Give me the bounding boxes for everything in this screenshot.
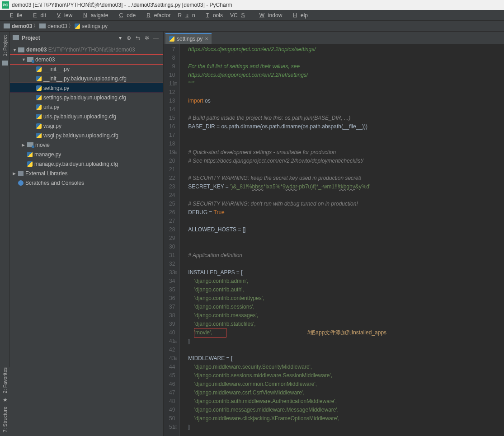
python-file-icon bbox=[27, 161, 33, 167]
menu-help[interactable]: Help bbox=[286, 11, 311, 19]
source[interactable]: https://docs.djangoproject.com/en/2.2/to… bbox=[180, 44, 504, 436]
python-file-icon bbox=[36, 66, 42, 72]
tree-scratches[interactable]: Scratches and Consoles bbox=[10, 178, 163, 188]
python-file-icon bbox=[36, 114, 42, 119]
python-file-icon bbox=[36, 133, 42, 138]
project-panel-title: Project bbox=[22, 35, 119, 41]
editor-tabs: settings.py × bbox=[164, 32, 504, 44]
star-icon: ★ bbox=[3, 397, 8, 403]
tab-label: settings.py bbox=[177, 36, 203, 42]
menu-code[interactable]: Code bbox=[112, 11, 139, 19]
menu-file[interactable]: File bbox=[3, 11, 26, 19]
tree-ext-lib[interactable]: ▶External Libraries bbox=[10, 169, 163, 178]
tree-manage-cfg[interactable]: manage.py.baiduyun.uploading.cfg bbox=[10, 159, 163, 169]
python-file-icon bbox=[36, 104, 42, 110]
python-file-icon bbox=[27, 152, 33, 157]
close-icon[interactable]: × bbox=[205, 36, 208, 42]
tree-root[interactable]: ▼demo03 E:\IT\PYthon\PYTHON试验\demo03 bbox=[10, 45, 163, 55]
menubar: File Edit View Navigate Code Refactor Ru… bbox=[0, 10, 504, 21]
folder-icon bbox=[4, 23, 10, 28]
tool-favorites-button[interactable]: 2: Favorites bbox=[2, 367, 8, 393]
tool-structure-button[interactable]: 7: Structure bbox=[2, 407, 8, 432]
hide-icon[interactable]: — bbox=[151, 35, 160, 41]
menu-window[interactable]: Window bbox=[252, 11, 286, 19]
menu-tools[interactable]: Tools bbox=[199, 11, 226, 19]
python-file-icon bbox=[169, 36, 174, 42]
scratch-icon bbox=[18, 180, 24, 186]
tree-settings[interactable]: settings.py bbox=[10, 83, 163, 93]
folder-icon bbox=[18, 47, 24, 52]
tree-urls-cfg[interactable]: urls.py.baiduyun.uploading.cfg bbox=[10, 112, 163, 121]
menu-run[interactable]: Run bbox=[174, 11, 199, 19]
folder-icon bbox=[39, 23, 46, 28]
window-title: demo03 [E:\IT\PYthon\PYTHON试验\demo03] - … bbox=[12, 1, 232, 9]
pycharm-icon: PC bbox=[2, 1, 9, 9]
project-panel: Project ▾ ⊕ ⇆ ✲ — ▼demo03 E:\IT\PYthon\P… bbox=[10, 32, 164, 436]
tree-demo03-pkg[interactable]: ▼demo03 bbox=[10, 55, 163, 64]
python-file-icon bbox=[36, 95, 42, 100]
collapse-icon[interactable]: ⇆ bbox=[133, 35, 142, 41]
python-file-icon bbox=[36, 76, 42, 81]
tree-wsgi-cfg[interactable]: wsgi.py.baiduyun.uploading.cfg bbox=[10, 131, 163, 140]
tree-urls[interactable]: urls.py bbox=[10, 102, 163, 112]
python-file-icon bbox=[36, 123, 42, 129]
python-package-icon bbox=[27, 57, 33, 62]
tree-wsgi[interactable]: wsgi.py bbox=[10, 121, 163, 131]
locate-icon[interactable]: ⊕ bbox=[124, 35, 133, 41]
tree-init-cfg[interactable]: __init__.py.baiduyun.uploading.cfg bbox=[10, 74, 163, 83]
project-panel-header: Project ▾ ⊕ ⇆ ✲ — bbox=[10, 32, 163, 44]
menu-view[interactable]: View bbox=[50, 11, 76, 19]
folder-icon bbox=[13, 35, 19, 40]
tree-init[interactable]: __init__.py bbox=[10, 64, 163, 74]
tab-settings[interactable]: settings.py × bbox=[165, 33, 212, 44]
titlebar: PC demo03 [E:\IT\PYthon\PYTHON试验\demo03]… bbox=[0, 0, 504, 10]
crumb-root[interactable]: demo03 bbox=[3, 23, 33, 29]
gear-icon[interactable]: ✲ bbox=[142, 35, 151, 41]
folder-icon[interactable] bbox=[2, 61, 8, 66]
python-file-icon bbox=[75, 23, 80, 29]
menu-edit[interactable]: Edit bbox=[26, 11, 50, 19]
tree-manage[interactable]: manage.py bbox=[10, 150, 163, 159]
editor-area: settings.py × 78910111213141516171819202… bbox=[164, 32, 504, 436]
menu-navigate[interactable]: Navigate bbox=[76, 11, 112, 19]
menu-vcs[interactable]: VCS bbox=[226, 11, 252, 19]
main-area: 1: Project Project ▾ ⊕ ⇆ ✲ — ▼demo03 E:\… bbox=[0, 32, 504, 436]
crumb-file[interactable]: settings.py bbox=[74, 23, 108, 29]
tree-movie[interactable]: ▶movie bbox=[10, 140, 163, 150]
chevron-down-icon[interactable]: ▾ bbox=[119, 35, 122, 41]
crumb-package[interactable]: demo03 bbox=[38, 23, 68, 29]
gutter: 7891011121314151617181920212223242526272… bbox=[164, 44, 180, 436]
bottom-tool-strip: 2: Favorites ★ 7: Structure bbox=[0, 367, 10, 436]
python-file-icon bbox=[36, 85, 42, 91]
library-icon bbox=[18, 171, 24, 176]
tree-settings-cfg[interactable]: settings.py.baiduyun.uploading.cfg bbox=[10, 93, 163, 102]
breadcrumb: demo03 〉 demo03 〉 settings.py bbox=[0, 21, 504, 32]
tool-project-button[interactable]: 1: Project bbox=[2, 33, 8, 58]
project-tree: ▼demo03 E:\IT\PYthon\PYTHON试验\demo03 ▼de… bbox=[10, 44, 163, 436]
python-package-icon bbox=[27, 142, 33, 147]
code-editor[interactable]: 7891011121314151617181920212223242526272… bbox=[164, 44, 504, 436]
menu-refactor[interactable]: Refactor bbox=[139, 11, 174, 19]
